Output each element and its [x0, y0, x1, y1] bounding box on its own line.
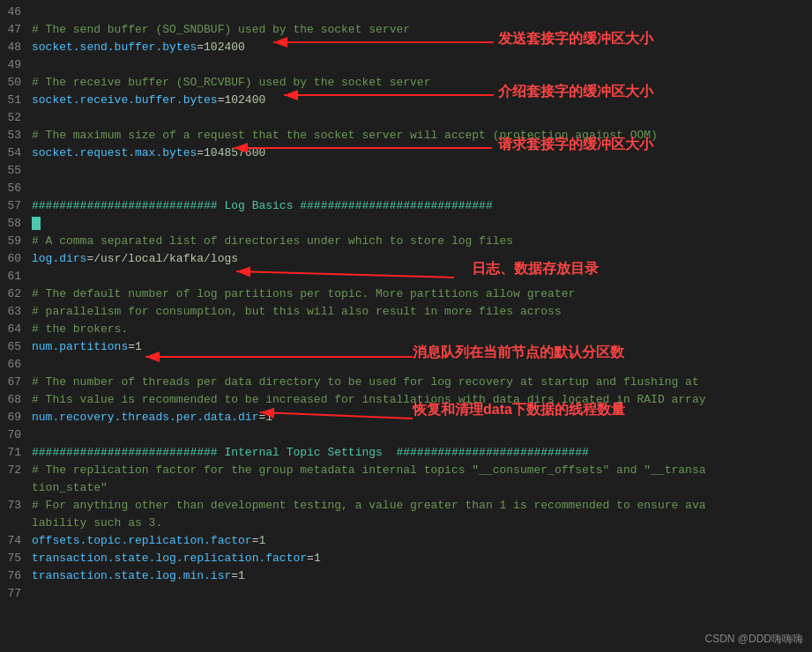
code-line: 75transaction.state.log.replication.fact…: [0, 550, 812, 567]
code-line: 59# A comma separated list of directorie…: [0, 233, 812, 250]
line-number: 75: [0, 550, 32, 567]
code-line: 62# The default number of log partitions…: [0, 285, 812, 303]
annotation-text: 日志、数据存放目录: [472, 260, 599, 278]
line-number: 65: [0, 338, 32, 356]
line-content: # The send buffer (SO_SNDBUF) used by th…: [32, 21, 812, 39]
line-number: 77: [0, 585, 32, 603]
line-number: 74: [0, 532, 32, 550]
code-line: 54socket.request.max.bytes=104857600: [0, 144, 812, 162]
annotation-text: 恢复和清理data下数据的线程数量: [413, 401, 625, 419]
line-number: 73: [0, 497, 32, 515]
code-line: 76transaction.state.log.min.isr=1: [0, 567, 812, 585]
code-line: 60log.dirs=/usr/local/kafka/logs: [0, 250, 812, 268]
watermark: CSDN @DDD嗨嗨嗨: [704, 632, 803, 647]
code-line: tion_state": [0, 479, 812, 497]
code-line: 46: [0, 4, 812, 21]
line-content: socket.send.buffer.bytes=102400: [32, 39, 812, 56]
annotation-text: 发送套接字的缓冲区大小: [498, 30, 653, 48]
line-number: 66: [0, 356, 32, 374]
code-line: 73# For anything other than development …: [0, 497, 812, 515]
line-content: # The number of threads per data directo…: [32, 374, 812, 391]
line-number: 47: [0, 21, 32, 39]
annotation-text: 请求套接字的缓冲区大小: [498, 136, 653, 154]
line-content: socket.request.max.bytes=104857600: [32, 144, 812, 162]
line-content: # The receive buffer (SO_RCVBUF) used by…: [32, 74, 812, 92]
line-number: 48: [0, 39, 32, 56]
line-content: [32, 215, 812, 233]
code-line: 52: [0, 109, 812, 127]
code-line: 55: [0, 162, 812, 180]
line-number: 51: [0, 92, 32, 109]
line-content: # parallelism for consumption, but this …: [32, 303, 812, 321]
code-line: lability such as 3.: [0, 515, 812, 532]
line-content: transaction.state.log.replication.factor…: [32, 550, 812, 567]
line-number: 53: [0, 127, 32, 144]
line-number: 57: [0, 197, 32, 215]
code-line: 71########################### Internal T…: [0, 444, 812, 462]
line-content: # The default number of log partitions p…: [32, 285, 812, 303]
line-content: tion_state": [32, 479, 812, 497]
code-line: 77: [0, 585, 812, 603]
code-line: 66: [0, 356, 812, 374]
line-number: 70: [0, 426, 32, 444]
line-number: 67: [0, 374, 32, 391]
code-line: 67# The number of threads per data direc…: [0, 374, 812, 391]
annotation-text: 介绍套接字的缓冲区大小: [498, 83, 653, 101]
line-content: # The maximum size of a request that the…: [32, 127, 812, 144]
line-number: 59: [0, 233, 32, 250]
line-content: offsets.topic.replication.factor=1: [32, 532, 812, 550]
line-number: 63: [0, 303, 32, 321]
line-content: ########################### Log Basics #…: [32, 197, 812, 215]
code-line: 49: [0, 56, 812, 74]
code-line: 64# the brokers.: [0, 321, 812, 338]
line-content: # For anything other than development te…: [32, 497, 812, 515]
code-line: 69num.recovery.threads.per.data.dir=1: [0, 409, 812, 426]
line-number: 76: [0, 567, 32, 585]
code-line: 47# The send buffer (SO_SNDBUF) used by …: [0, 21, 812, 39]
line-number: 55: [0, 162, 32, 180]
line-number: 50: [0, 74, 32, 92]
code-line: 72# The replication factor for the group…: [0, 462, 812, 479]
code-line: 53# The maximum size of a request that t…: [0, 127, 812, 144]
code-line: 68# This value is recommended to be incr…: [0, 391, 812, 409]
line-number: 58: [0, 215, 32, 233]
code-line: 51socket.receive.buffer.bytes=102400: [0, 92, 812, 109]
code-line: 56: [0, 180, 812, 197]
code-line: 65num.partitions=1: [0, 338, 812, 356]
code-block: 4647# The send buffer (SO_SNDBUF) used b…: [0, 0, 812, 606]
line-number: 72: [0, 462, 32, 479]
line-number: 54: [0, 144, 32, 162]
line-number: 56: [0, 180, 32, 197]
code-line: 48socket.send.buffer.bytes=102400: [0, 39, 812, 56]
line-number: 46: [0, 4, 32, 21]
code-line: 63# parallelism for consumption, but thi…: [0, 303, 812, 321]
line-content: # A comma separated list of directories …: [32, 233, 812, 250]
code-line: 58: [0, 215, 812, 233]
line-content: socket.receive.buffer.bytes=102400: [32, 92, 812, 109]
line-content: lability such as 3.: [32, 515, 812, 532]
line-number: 71: [0, 444, 32, 462]
code-line: 74offsets.topic.replication.factor=1: [0, 532, 812, 550]
line-number: 60: [0, 250, 32, 268]
code-line: 57########################### Log Basics…: [0, 197, 812, 215]
line-number: 52: [0, 109, 32, 127]
line-content: # the brokers.: [32, 321, 812, 338]
line-number: 61: [0, 268, 32, 285]
line-content: transaction.state.log.min.isr=1: [32, 567, 812, 585]
line-content: log.dirs=/usr/local/kafka/logs: [32, 250, 812, 268]
line-content: # The replication factor for the group m…: [32, 462, 812, 479]
annotation-text: 消息队列在当前节点的默认分区数: [413, 344, 624, 362]
line-number: 68: [0, 391, 32, 409]
line-number: 62: [0, 285, 32, 303]
line-content: ########################### Internal Top…: [32, 444, 812, 462]
line-number: 69: [0, 409, 32, 426]
code-line: 50# The receive buffer (SO_RCVBUF) used …: [0, 74, 812, 92]
line-number: 49: [0, 56, 32, 74]
code-line: 70: [0, 426, 812, 444]
code-line: 61: [0, 268, 812, 285]
line-number: 64: [0, 321, 32, 338]
